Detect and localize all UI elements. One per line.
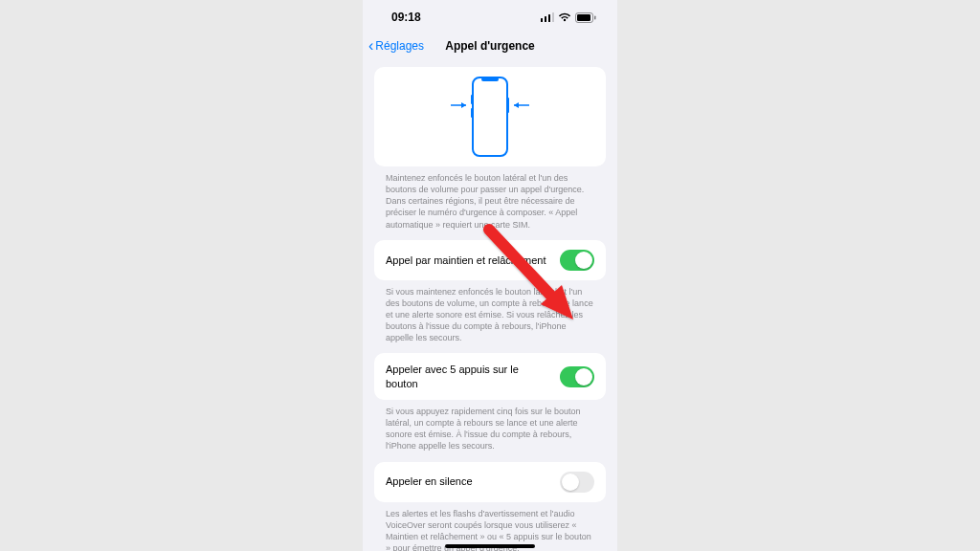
row-5-press-toggle[interactable] <box>560 366 594 387</box>
cellular-icon <box>541 12 554 22</box>
svg-rect-10 <box>471 108 473 118</box>
battery-icon <box>575 12 596 23</box>
wifi-icon <box>558 12 571 22</box>
svg-rect-9 <box>471 95 473 104</box>
row-silent: Appeler en silence <box>374 462 606 502</box>
status-indicators <box>541 12 596 23</box>
svg-rect-1 <box>545 16 546 22</box>
content: Maintenez enfoncés le bouton latéral et … <box>363 63 617 551</box>
phone-buttons-illustration <box>437 74 543 160</box>
svg-rect-2 <box>548 14 550 22</box>
svg-rect-3 <box>552 12 554 22</box>
nav-bar: ‹ Réglages Appel d'urgence <box>363 34 617 63</box>
row-5-press-label: Appeler avec 5 appuis sur le bouton <box>386 363 520 390</box>
page-title: Appel d'urgence <box>363 39 617 53</box>
row-hold-release-toggle[interactable] <box>560 250 594 271</box>
svg-rect-0 <box>541 18 543 22</box>
hero-card <box>374 67 606 166</box>
row-silent-toggle[interactable] <box>560 472 594 493</box>
svg-marker-13 <box>461 102 466 108</box>
svg-marker-15 <box>514 102 519 108</box>
svg-rect-8 <box>481 77 499 81</box>
row-silent-label: Appeler en silence <box>386 474 473 488</box>
status-time: 09:18 <box>391 11 421 24</box>
hero-footer: Maintenez enfoncés le bouton latéral et … <box>374 166 606 240</box>
svg-rect-7 <box>473 77 507 156</box>
row-hold-release-footer: Si vous maintenez enfoncés le bouton lat… <box>374 280 606 354</box>
row-5-press: Appeler avec 5 appuis sur le bouton <box>374 353 606 400</box>
status-bar: 09:18 <box>363 0 617 34</box>
svg-rect-5 <box>577 14 590 21</box>
home-indicator <box>445 544 535 548</box>
row-hold-release-label: Appel par maintien et relâchement <box>386 253 546 267</box>
svg-rect-11 <box>507 98 509 113</box>
svg-rect-6 <box>594 15 596 19</box>
row-hold-release: Appel par maintien et relâchement <box>374 240 606 280</box>
phone-frame: 09:18 ‹ Réglages Appel d'urgence <box>363 0 617 551</box>
row-5-press-footer: Si vous appuyez rapidement cinq fois sur… <box>374 400 606 462</box>
